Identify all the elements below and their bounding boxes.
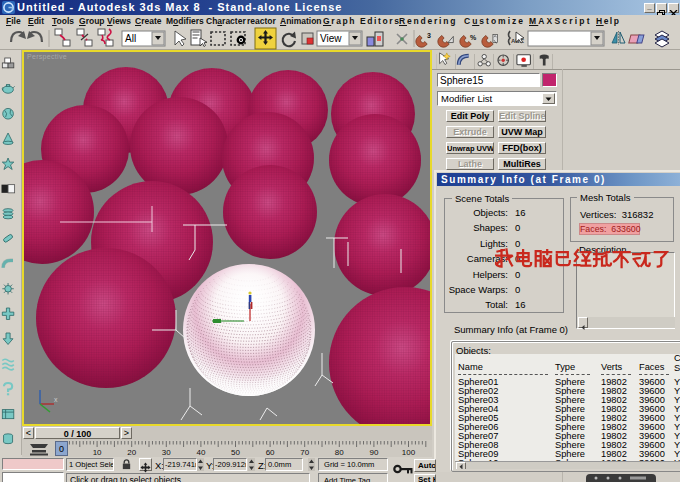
svg-text:70: 70	[300, 448, 309, 457]
svg-text:View: View	[320, 33, 342, 44]
svg-text:%: %	[470, 34, 477, 41]
svg-text:10: 10	[93, 448, 102, 457]
svg-text:80: 80	[335, 448, 344, 457]
svg-text:50: 50	[231, 448, 240, 457]
svg-text:x: x	[54, 396, 58, 403]
svg-text:All: All	[125, 33, 136, 44]
svg-text:60: 60	[266, 448, 275, 457]
svg-text:100: 100	[402, 448, 416, 457]
svg-text:20: 20	[127, 448, 136, 457]
svg-text:30: 30	[162, 448, 171, 457]
svg-text:40: 40	[196, 448, 205, 457]
svg-text:3: 3	[427, 32, 431, 39]
svg-text:90: 90	[369, 448, 378, 457]
